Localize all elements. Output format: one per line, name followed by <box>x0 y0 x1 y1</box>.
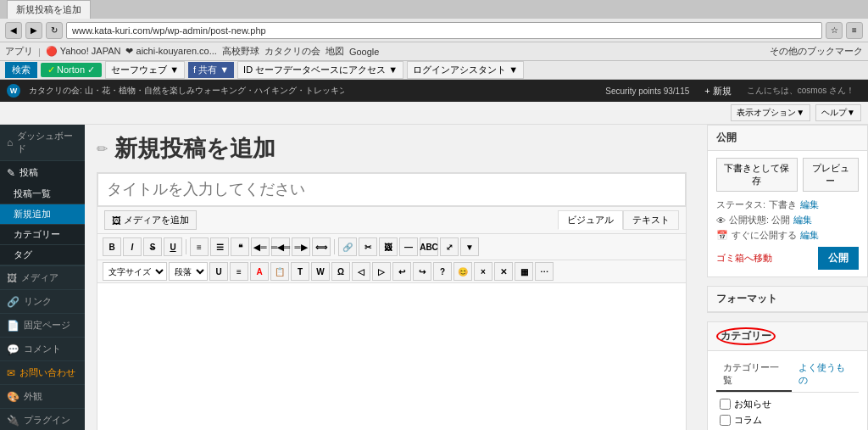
emoji-btn[interactable]: 😊 <box>453 262 472 281</box>
sidebar-item-posts[interactable]: ✎ 投稿 投稿一覧 新規追加 カテゴリー タグ <box>0 161 85 266</box>
publish-button[interactable]: 公開 <box>818 247 859 270</box>
admin-security: Security points 93/115 <box>598 80 696 102</box>
paste-text-btn[interactable]: T <box>291 262 309 281</box>
sidebar-item-appearance[interactable]: 🎨 外観 <box>0 385 85 409</box>
font-size-select[interactable]: 文字サイズ <box>103 262 167 281</box>
star-button[interactable]: ☆ <box>826 22 843 39</box>
contact-icon: ✉ <box>7 367 15 379</box>
close-btn[interactable]: × <box>474 262 492 281</box>
sidebar-item-categories[interactable]: カテゴリー <box>0 225 85 245</box>
insert-image-btn[interactable]: 🖼 <box>379 237 398 256</box>
help-bar: 表示オプション▼ ヘルプ▼ <box>0 102 868 125</box>
sidebar-item-post-list[interactable]: 投稿一覧 <box>0 184 85 204</box>
format-select[interactable]: 段落 <box>169 262 208 281</box>
spell-btn[interactable]: ABC <box>420 237 438 256</box>
strikethrough-btn[interactable]: S <box>143 237 162 256</box>
sidebar-item-pages[interactable]: 📄 固定ページ <box>0 314 85 338</box>
help-btn[interactable]: ヘルプ▼ <box>815 104 861 121</box>
bookmark-yahoo[interactable]: 🔴 Yahoo! JAPAN <box>46 46 121 57</box>
visual-tab[interactable]: ビジュアル <box>558 210 623 230</box>
schedule-icon: 📅 <box>716 230 728 241</box>
admin-site-name[interactable]: カタクリの会: 山・花・植物・自然を楽しみウォーキング・ハイキング・トレッキング… <box>22 80 344 102</box>
paste-btn[interactable]: 📋 <box>270 262 289 281</box>
cat-tab-popular[interactable]: よく使うもの <box>792 358 859 392</box>
blockquote-btn[interactable]: ❝ <box>231 237 249 256</box>
media-icon: 🖼 <box>7 272 17 284</box>
omega-btn[interactable]: Ω <box>331 262 350 281</box>
preview-button[interactable]: プレビュー <box>803 158 859 192</box>
bold-btn[interactable]: B <box>103 237 121 256</box>
bookmark-map[interactable]: 地図 <box>326 45 344 58</box>
cat-checkbox-column[interactable] <box>720 415 731 426</box>
redo-btn[interactable]: ↪ <box>413 262 431 281</box>
text-tab[interactable]: テキスト <box>623 210 679 230</box>
active-tab[interactable]: 新規投稿を追加 <box>7 0 91 19</box>
pasteword-btn[interactable]: W <box>311 262 330 281</box>
save-draft-button[interactable]: 下書きとして保存 <box>716 158 798 192</box>
bookmark-katakuri[interactable]: カタクリの会 <box>264 45 320 58</box>
outdent-btn[interactable]: ◁ <box>352 262 370 281</box>
admin-new-post[interactable]: + 新規 <box>698 80 737 102</box>
close2-btn[interactable]: ✕ <box>494 262 513 281</box>
visibility-edit-link[interactable]: 編集 <box>793 214 812 226</box>
bookmark-apps[interactable]: アプリ <box>5 45 33 58</box>
cat-checkbox-oshire[interactable] <box>720 399 731 410</box>
wp-logo[interactable]: W <box>7 84 20 98</box>
cat-tab-all[interactable]: カテゴリー一覧 <box>716 358 792 392</box>
refresh-button[interactable]: ↻ <box>46 22 63 39</box>
align-center-btn[interactable]: ═◀═ <box>271 237 290 256</box>
extra-btn[interactable]: ⋯ <box>535 262 554 281</box>
norton-btn[interactable]: ✓ Norton ✓ <box>41 63 102 77</box>
italic-btn[interactable]: I <box>123 237 142 256</box>
bookmark-baseball[interactable]: 高校野球 <box>222 45 259 58</box>
table-btn[interactable]: ▦ <box>515 262 533 281</box>
toolbar-row-2: 文字サイズ 段落 U ≡ A 📋 T W Ω ◁ ▷ ↩ ↪ ? 😊 × ✕ <box>97 260 686 283</box>
sidebar-item-tags[interactable]: タグ <box>0 245 85 265</box>
search-btn[interactable]: 検索 <box>5 62 37 78</box>
sidebar-item-media[interactable]: 🖼 メディア <box>0 266 85 290</box>
sidebar-item-dashboard[interactable]: ⌂ ダッシュボード <box>0 125 85 161</box>
status-line: ステータス: 下書き 編集 <box>716 198 859 211</box>
schedule-edit-link[interactable]: 編集 <box>800 229 819 242</box>
help2-btn[interactable]: ? <box>433 262 452 281</box>
justify-btn[interactable]: ≡ <box>230 262 248 281</box>
fullscreen-btn[interactable]: ⤢ <box>440 237 459 256</box>
menu-button[interactable]: ≡ <box>846 22 863 39</box>
back-button[interactable]: ◀ <box>5 22 22 39</box>
underline-btn[interactable]: U <box>164 237 182 256</box>
display-options-btn[interactable]: 表示オプション▼ <box>731 104 810 121</box>
media-button[interactable]: 🖼 メディアを追加 <box>104 210 197 230</box>
undo-btn[interactable]: ↩ <box>392 262 411 281</box>
show-hide-btn[interactable]: ▼ <box>460 237 479 256</box>
list-item: コラム <box>716 412 859 428</box>
safeweb-btn[interactable]: セーフウェブ ▼ <box>105 61 185 79</box>
forward-button[interactable]: ▶ <box>25 22 42 39</box>
trash-link[interactable]: ゴミ箱へ移動 <box>716 252 772 265</box>
title-input[interactable] <box>97 173 686 206</box>
login-assist-btn[interactable]: ログインアシスタント ▼ <box>407 61 524 79</box>
url-bar[interactable] <box>66 22 822 39</box>
sidebar-item-comments[interactable]: 💬 コメント <box>0 338 85 361</box>
underline2-btn[interactable]: U <box>209 262 228 281</box>
align-right-btn[interactable]: ═▶ <box>292 237 310 256</box>
status-edit-link[interactable]: 編集 <box>800 198 819 211</box>
id-safe-btn[interactable]: ID セーフデータベースにアクセス ▼ <box>237 61 403 79</box>
link-btn[interactable]: 🔗 <box>338 237 357 256</box>
indent-btn[interactable]: ▷ <box>372 262 391 281</box>
insert-more-btn[interactable]: — <box>399 237 418 256</box>
align-left-btn[interactable]: ◀═ <box>251 237 270 256</box>
textcolor-btn[interactable]: A <box>250 262 269 281</box>
bookmark-aichi[interactable]: ❤ aichi-kouyaren.co... <box>125 46 216 57</box>
share-btn[interactable]: f 共有 ▼ <box>188 62 234 78</box>
ol-btn[interactable]: ≡ <box>190 237 209 256</box>
ul-btn[interactable]: ☰ <box>210 237 229 256</box>
bookmark-other[interactable]: その他のブックマーク <box>770 45 863 58</box>
align-full-btn[interactable]: ⟺ <box>312 237 331 256</box>
unlink-btn[interactable]: ✂ <box>359 237 377 256</box>
sidebar-item-plugins[interactable]: 🔌 プラグイン <box>0 409 85 430</box>
sidebar-item-contact[interactable]: ✉ お問い合わせ <box>0 361 85 385</box>
sidebar-item-post-new[interactable]: 新規追加 <box>0 204 85 225</box>
editor-body[interactable] <box>97 283 686 430</box>
bookmark-google[interactable]: Google <box>349 47 379 57</box>
sidebar-item-links[interactable]: 🔗 リンク <box>0 290 85 314</box>
